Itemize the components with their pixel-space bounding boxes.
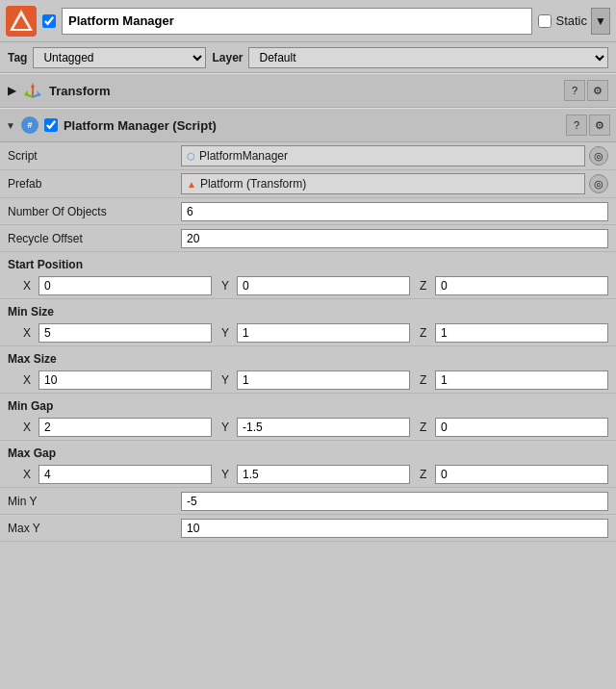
min-gap-z-input[interactable] <box>435 418 608 437</box>
script-property-label: Script <box>8 149 181 163</box>
start-position-y-input[interactable] <box>237 276 410 295</box>
min-size-x-input[interactable] <box>38 323 212 343</box>
max-size-z-input[interactable] <box>435 370 608 390</box>
transform-settings-button[interactable]: ⚙ <box>587 80 608 101</box>
min-size-xyz-row: X Y Z <box>0 320 616 346</box>
min-gap-y-input[interactable] <box>237 418 410 437</box>
max-size-y-label: Y <box>221 373 235 387</box>
start-position-label: Start Position <box>0 252 616 273</box>
start-position-y-label: Y <box>221 279 235 293</box>
script-settings-button[interactable]: ⚙ <box>589 115 610 136</box>
min-size-y-label: Y <box>221 326 235 340</box>
max-size-x-label: X <box>23 373 37 387</box>
script-section-header: ▼ # Platform Manager (Script) ? ⚙ <box>0 108 616 142</box>
layer-label: Layer <box>212 51 243 64</box>
script-property-row: Script ⬡ PlatformManager ◎ <box>0 142 616 170</box>
properties-area: Script ⬡ PlatformManager ◎ Prefab ▲ Plat… <box>0 142 616 542</box>
num-objects-value <box>181 202 608 221</box>
prefab-ref-field[interactable]: ▲ Platform (Transform) <box>181 173 585 194</box>
start-position-z-label: Z <box>420 279 433 293</box>
start-position-x-label: X <box>23 279 37 293</box>
transform-help-button[interactable]: ? <box>564 80 585 101</box>
min-gap-z-label: Z <box>420 421 433 434</box>
static-dropdown-arrow[interactable]: ▼ <box>591 8 610 35</box>
min-y-label: Min Y <box>8 495 181 508</box>
max-gap-x-label: X <box>23 468 37 481</box>
recycle-offset-input[interactable] <box>181 229 608 248</box>
static-checkbox[interactable] <box>538 14 552 28</box>
script-ref-text: PlatformManager <box>199 149 288 163</box>
min-gap-xyz-row: X Y Z <box>0 415 616 441</box>
max-y-input[interactable] <box>181 519 608 538</box>
prefab-ref-icon: ▲ <box>187 179 196 190</box>
script-enabled-checkbox[interactable] <box>44 118 58 132</box>
max-gap-y-label: Y <box>221 468 235 481</box>
prefab-property-label: Prefab <box>8 177 181 191</box>
prefab-property-value: ▲ Platform (Transform) ◎ <box>181 173 608 194</box>
start-position-z-input[interactable] <box>435 276 608 295</box>
num-objects-label: Number Of Objects <box>8 205 181 218</box>
transform-section-icons: ? ⚙ <box>564 80 608 101</box>
max-y-property-row: Max Y <box>0 515 616 542</box>
recycle-offset-label: Recycle Offset <box>8 232 181 245</box>
max-y-value <box>181 519 608 538</box>
script-ref-icon: ⬡ <box>187 151 195 162</box>
script-help-button[interactable]: ? <box>566 115 587 136</box>
max-size-xyz-row: X Y Z <box>0 368 616 394</box>
num-objects-property-row: Number Of Objects <box>0 198 616 225</box>
recycle-offset-property-row: Recycle Offset <box>0 225 616 252</box>
min-gap-label: Min Gap <box>0 394 616 415</box>
max-gap-x-input[interactable] <box>38 465 212 484</box>
script-icon: # <box>21 116 38 134</box>
max-gap-z-input[interactable] <box>435 465 608 484</box>
min-gap-x-label: X <box>23 421 37 434</box>
max-gap-label: Max Gap <box>0 441 616 462</box>
min-y-value <box>181 492 608 511</box>
min-gap-x-input[interactable] <box>38 418 212 437</box>
max-gap-z-label: Z <box>420 468 433 481</box>
prefab-select-button[interactable]: ◎ <box>589 174 608 193</box>
min-y-input[interactable] <box>181 492 608 511</box>
recycle-offset-value <box>181 229 608 248</box>
max-gap-y-input[interactable] <box>237 465 410 484</box>
svg-marker-6 <box>31 83 35 88</box>
max-size-x-input[interactable] <box>38 370 212 390</box>
script-select-button[interactable]: ◎ <box>589 146 608 166</box>
transform-axis-icon <box>22 80 43 101</box>
object-name-input[interactable] <box>62 8 532 35</box>
script-collapse-arrow[interactable]: ▼ <box>6 120 15 131</box>
max-gap-xyz-row: X Y Z <box>0 462 616 488</box>
layer-select[interactable]: Default <box>248 47 608 68</box>
start-position-xyz-row: X Y Z <box>0 273 616 299</box>
max-size-z-label: Z <box>420 373 433 387</box>
min-y-property-row: Min Y <box>0 488 616 515</box>
unity-logo-icon <box>6 6 37 37</box>
header-bar: Static ▼ <box>0 0 616 42</box>
min-size-x-label: X <box>23 326 37 340</box>
script-section-title: Platform Manager (Script) <box>64 118 560 133</box>
transform-section-header: ▶ Transform ? ⚙ <box>0 73 616 108</box>
min-size-z-label: Z <box>420 326 433 340</box>
static-area: Static ▼ <box>538 8 610 35</box>
object-active-checkbox[interactable] <box>42 14 56 28</box>
script-section-icons: ? ⚙ <box>566 115 610 136</box>
max-size-label: Max Size <box>0 346 616 368</box>
start-position-x-input[interactable] <box>38 276 212 295</box>
transform-collapse-arrow[interactable]: ▶ <box>8 84 16 97</box>
script-ref-field[interactable]: ⬡ PlatformManager <box>181 145 585 166</box>
num-objects-input[interactable] <box>181 202 608 221</box>
min-gap-y-label: Y <box>221 421 235 434</box>
tag-label: Tag <box>8 51 27 64</box>
min-size-label: Min Size <box>0 299 616 320</box>
max-size-y-input[interactable] <box>237 370 410 390</box>
prefab-ref-text: Platform (Transform) <box>200 177 306 191</box>
prefab-property-row: Prefab ▲ Platform (Transform) ◎ <box>0 170 616 198</box>
svg-marker-7 <box>24 90 29 96</box>
tag-select[interactable]: Untagged <box>33 47 206 68</box>
min-size-z-input[interactable] <box>435 323 608 343</box>
transform-section-title: Transform <box>49 84 558 98</box>
min-size-y-input[interactable] <box>237 323 410 343</box>
tag-layer-row: Tag Untagged Layer Default <box>0 42 616 73</box>
static-label: Static <box>555 13 587 28</box>
script-property-value: ⬡ PlatformManager ◎ <box>181 145 608 166</box>
